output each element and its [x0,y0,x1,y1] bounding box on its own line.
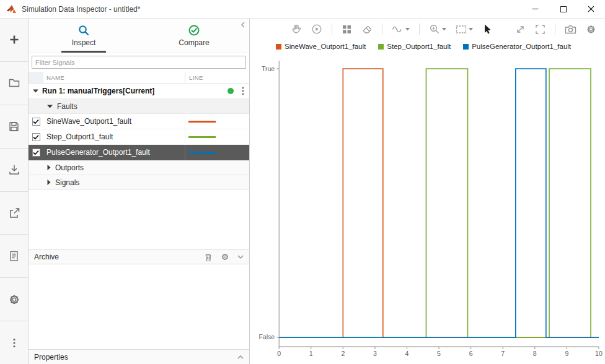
plot-area: 012345678910TrueFalse [250,53,605,364]
svg-text:9: 9 [565,350,568,357]
check-icon [33,119,39,124]
group-row-outports[interactable]: Outports [29,160,249,175]
legend-label: Step_Outport1_fault [387,43,451,50]
signal-row-pulsegenerator[interactable]: PulseGenerator_Outport1_fault [29,145,249,160]
group-row-signals[interactable]: Signals [29,175,249,190]
signal-row-step[interactable]: Step_Outport1_fault [29,129,249,145]
minimize-button[interactable] [521,0,549,18]
run-row[interactable]: Run 1: manualTriggers[Current] [29,84,249,99]
archive-settings-gear-icon[interactable] [221,253,229,261]
svg-text:0: 0 [277,350,281,357]
run-status-badge [227,88,234,94]
floppy-disk-icon [8,121,20,132]
separator [555,24,555,35]
filter-signals-input[interactable] [32,56,246,69]
legend-item: Step_Outport1_fault [378,43,451,50]
group-row-faults[interactable]: Faults [29,99,249,114]
maximize-plot-button[interactable] [535,24,545,35]
maximize-button[interactable] [549,0,577,18]
create-report-button[interactable] [0,235,28,278]
simulation-data-inspector-window: Simulation Data Inspector - untitled* [0,0,605,364]
more-options-button[interactable] [0,321,28,364]
fullscreen-brackets-icon [535,24,545,35]
subplot-layout-button[interactable] [342,24,352,35]
add-button[interactable] [0,19,28,62]
search-icon [77,24,90,37]
legend-label: SineWave_Outport1_fault [285,43,366,50]
signal-row-sinewave[interactable]: SineWave_Outport1_fault [29,114,249,129]
separator [382,24,382,35]
signal-line-swatch [188,152,216,154]
tab-inspect[interactable]: Inspect [29,19,139,53]
expander-down-icon[interactable] [47,105,53,108]
chevron-down-icon[interactable] [237,255,244,259]
line-cell [185,114,249,129]
zoom-region-button[interactable] [456,25,473,34]
signal-name: Step_Outport1_fault [43,132,185,141]
window-controls [521,0,605,18]
expander-right-icon[interactable] [47,165,51,170]
snapshot-button[interactable] [565,24,576,35]
check-icon [33,134,39,140]
chevron-up-icon[interactable] [237,355,244,359]
line-cell [185,145,249,160]
group-label: Outports [55,163,84,172]
replay-button[interactable] [311,24,322,35]
tab-compare[interactable]: Compare [139,19,249,53]
signal-checkbox[interactable] [32,149,40,157]
zoom-button[interactable] [429,24,446,35]
svg-text:1: 1 [309,350,313,357]
signal-name: SineWave_Outport1_fault [43,117,185,126]
fit-to-view-button[interactable] [515,24,526,35]
preferences-button[interactable] [0,278,28,321]
mode-tabs: Inspect Compare [29,19,249,53]
svg-text:True: True [262,65,275,72]
properties-header[interactable]: Properties [29,349,249,364]
cursor-arrow-icon [482,24,492,35]
archive-header[interactable]: Archive [29,249,249,264]
left-toolbar [0,19,29,364]
signal-browser-panel: Inspect Compare NAME LINE [29,19,250,364]
signal-style-button[interactable] [392,25,410,34]
save-button[interactable] [0,105,28,149]
signal-checkbox[interactable] [32,133,40,141]
export-button[interactable] [0,192,28,235]
eraser-icon [361,24,373,35]
pan-button[interactable] [291,24,302,35]
signal-line-swatch [188,136,216,138]
play-circle-icon [311,24,322,35]
checkbox-column-header [29,72,43,83]
signal-plot[interactable]: 012345678910TrueFalse [250,53,605,364]
gear-icon [586,24,596,35]
zoom-in-icon [429,24,440,35]
separator [419,24,420,35]
check-icon [33,150,39,155]
import-button[interactable] [0,149,28,192]
svg-text:7: 7 [501,350,505,357]
expander-down-icon[interactable] [33,89,38,93]
tree-empty-area [29,190,249,249]
collapse-panel-icon[interactable] [241,21,245,30]
open-button[interactable] [0,62,28,105]
expander-right-icon[interactable] [47,180,51,185]
import-arrow-icon [8,163,20,176]
plot-settings-button[interactable] [586,24,596,35]
tab-inspect-label: Inspect [72,38,96,47]
title-bar: Simulation Data Inspector - untitled* [0,0,605,19]
trash-icon[interactable] [204,253,213,262]
signal-checkbox[interactable] [32,118,40,126]
name-column-header: NAME [43,74,185,81]
close-button[interactable] [577,0,605,18]
folder-icon [8,77,20,89]
dashed-rectangle-icon [456,25,467,34]
select-arrow-button[interactable] [482,24,492,35]
legend-label: PulseGenerator_Outport1_fault [472,43,571,50]
clear-plots-button[interactable] [361,24,373,35]
check-circle-icon [188,24,200,37]
line-cell [185,129,249,144]
signal-name: PulseGenerator_Outport1_fault [43,148,185,157]
caret-down-icon [442,28,446,31]
run-options-icon[interactable] [242,87,244,95]
plot-panel: SineWave_Outport1_fault Step_Outport1_fa… [250,19,605,364]
table-header: NAME LINE [29,72,249,84]
